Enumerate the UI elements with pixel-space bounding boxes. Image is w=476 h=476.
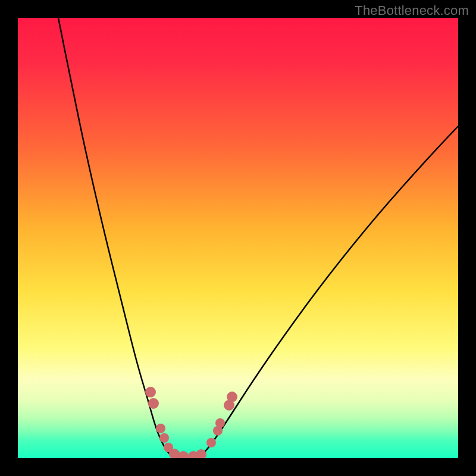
marker-dot xyxy=(148,398,159,409)
marker-dot xyxy=(156,424,165,433)
marker-dot xyxy=(178,451,189,458)
watermark-text: TheBottleneck.com xyxy=(355,3,469,18)
chart-frame: TheBottleneck.com xyxy=(0,0,476,476)
marker-dot xyxy=(215,418,225,428)
curve-markers xyxy=(145,387,237,458)
plot-area xyxy=(18,18,458,458)
marker-dot xyxy=(227,392,237,402)
curve-layer xyxy=(18,18,458,458)
left-branch-curve xyxy=(58,18,178,458)
marker-dot xyxy=(206,438,216,447)
marker-dot xyxy=(159,433,169,443)
marker-dot xyxy=(145,387,156,397)
